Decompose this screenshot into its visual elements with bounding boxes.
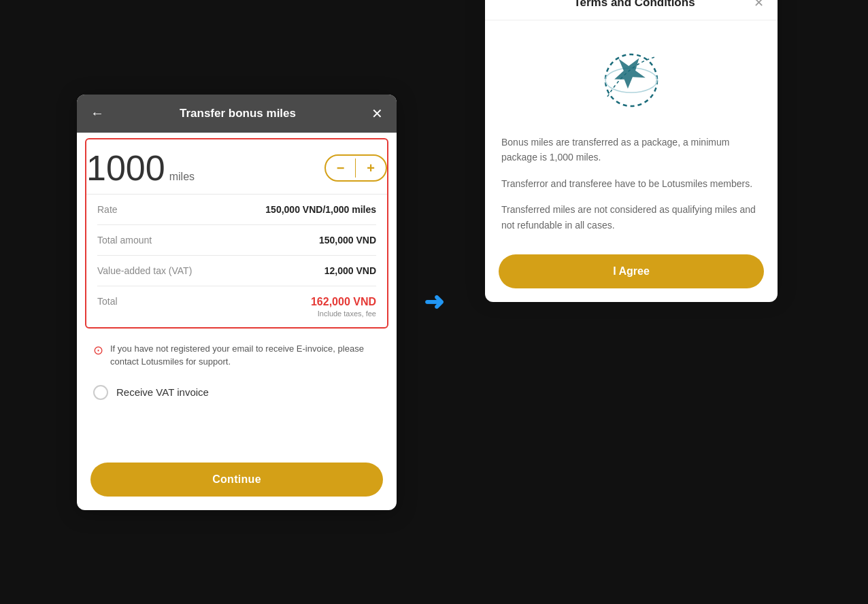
stepper-plus-button[interactable]: +	[356, 156, 386, 180]
left-modal: ← Transfer bonus miles ✕ 1000 miles − + …	[77, 95, 397, 510]
total-amount-row: Total amount 150,000 VND	[97, 225, 376, 256]
airplane-icon	[590, 37, 672, 118]
vat-label: Value-added tax (VAT)	[97, 265, 192, 276]
miles-info-box: 1000 miles − + Rate 150,000 VND/1,000 mi…	[85, 138, 388, 329]
left-modal-header: ← Transfer bonus miles ✕	[77, 95, 397, 133]
include-text: Include taxes, fee	[311, 309, 376, 318]
svg-point-0	[605, 54, 657, 106]
rate-row: Rate 150,000 VND/1,000 miles	[97, 195, 376, 225]
vat-checkbox-label: Receive VAT invoice	[116, 386, 209, 398]
continue-button[interactable]: Continue	[90, 463, 383, 497]
rate-rows: Rate 150,000 VND/1,000 miles Total amoun…	[86, 195, 387, 327]
terms-text-section: Bonus miles are transferred as a package…	[485, 129, 778, 246]
terms-title: Terms and Conditions	[515, 0, 754, 10]
spacer	[77, 414, 397, 454]
agree-button-wrap: I Agree	[485, 246, 778, 302]
rate-label: Rate	[97, 204, 118, 215]
terms-paragraph-2: Transferror and transferee have to be Lo…	[501, 176, 761, 191]
rate-value: 150,000 VND/1,000 miles	[265, 204, 376, 215]
vat-radio[interactable]	[93, 385, 108, 400]
miles-row: 1000 miles − +	[86, 139, 387, 195]
terms-paragraph-1: Bonus miles are transferred as a package…	[501, 135, 761, 165]
left-back-button[interactable]: ←	[90, 105, 104, 121]
miles-unit: miles	[169, 171, 195, 183]
stepper-minus-button[interactable]: −	[326, 156, 356, 180]
terms-close-button[interactable]: ✕	[754, 0, 764, 10]
continue-button-wrap: Continue	[77, 454, 397, 510]
miles-stepper: − +	[324, 154, 387, 182]
left-close-button[interactable]: ✕	[371, 105, 383, 122]
notice-section: ⊙ If you have not registered your email …	[77, 334, 397, 377]
vat-checkbox-section: Receive VAT invoice	[77, 377, 397, 414]
total-row: Total 162,000 VND Include taxes, fee	[97, 286, 376, 327]
vat-row: Value-added tax (VAT) 12,000 VND	[97, 256, 376, 286]
left-modal-title: Transfer bonus miles	[104, 107, 371, 120]
agree-button[interactable]: I Agree	[499, 254, 764, 288]
total-amount-label: Total amount	[97, 235, 152, 246]
terms-overlay: Terms and Conditions ✕	[485, 0, 778, 302]
miles-number: 1000	[86, 150, 165, 186]
vat-value: 12,000 VND	[324, 265, 376, 276]
total-right: 162,000 VND Include taxes, fee	[311, 296, 376, 318]
notice-text: If you have not registered your email to…	[110, 342, 380, 369]
terms-header: Terms and Conditions ✕	[485, 0, 778, 20]
flow-arrow: ➜	[424, 288, 444, 316]
total-label: Total	[97, 296, 118, 307]
miles-display: 1000 miles	[86, 150, 195, 186]
terms-paragraph-3: Transferred miles are not considered as …	[501, 202, 761, 233]
warning-icon: ⊙	[93, 343, 103, 358]
total-value: 162,000 VND	[311, 296, 376, 308]
terms-icon-wrap	[485, 20, 778, 129]
total-amount-value: 150,000 VND	[319, 235, 376, 246]
